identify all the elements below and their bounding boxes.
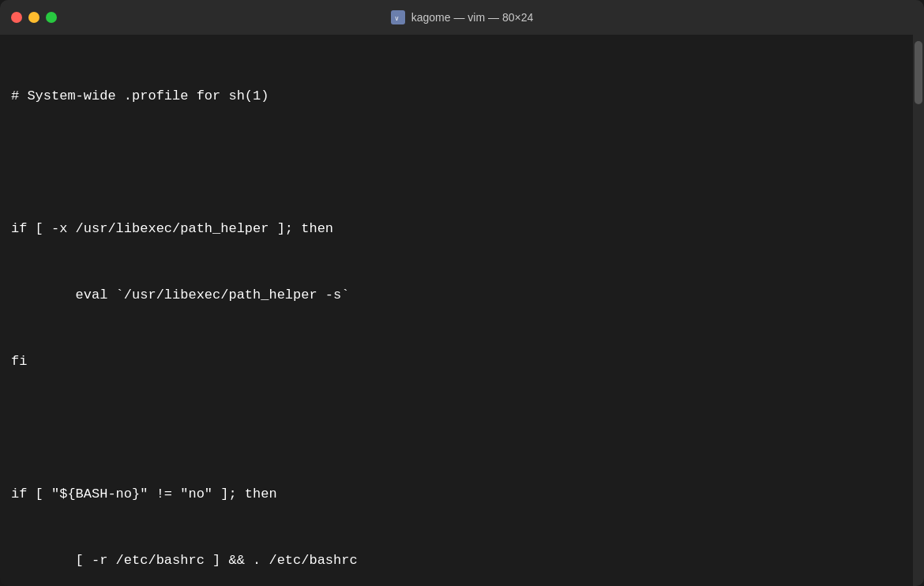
window-title: v kagome — vim — 80×24 xyxy=(391,10,533,24)
close-button[interactable] xyxy=(11,12,22,23)
vim-icon: v xyxy=(391,10,405,24)
scrollbar-thumb[interactable] xyxy=(915,41,922,104)
scrollbar[interactable] xyxy=(913,35,924,586)
svg-text:v: v xyxy=(395,15,399,22)
line-4: eval `/usr/libexec/path_helper -s` xyxy=(11,284,913,306)
title-text: kagome — vim — 80×24 xyxy=(411,11,533,24)
line-8: [ -r /etc/bashrc ] && . /etc/bashrc xyxy=(11,550,913,572)
titlebar: v kagome — vim — 80×24 xyxy=(0,0,924,35)
line-3: if [ -x /usr/libexec/path_helper ]; then xyxy=(11,218,913,240)
line-7: if [ "${BASH-no}" != "no" ]; then xyxy=(11,483,913,505)
line-1: # System-wide .profile for sh(1) xyxy=(11,85,913,107)
minimize-button[interactable] xyxy=(28,12,39,23)
maximize-button[interactable] xyxy=(46,12,57,23)
content-area: # System-wide .profile for sh(1) if [ -x… xyxy=(0,35,924,586)
line-6 xyxy=(11,417,913,439)
vim-editor[interactable]: # System-wide .profile for sh(1) if [ -x… xyxy=(0,35,913,586)
line-2 xyxy=(11,152,913,174)
traffic-lights xyxy=(11,12,57,23)
line-5: fi xyxy=(11,351,913,373)
terminal-window: v kagome — vim — 80×24 # System-wide .pr… xyxy=(0,0,924,586)
